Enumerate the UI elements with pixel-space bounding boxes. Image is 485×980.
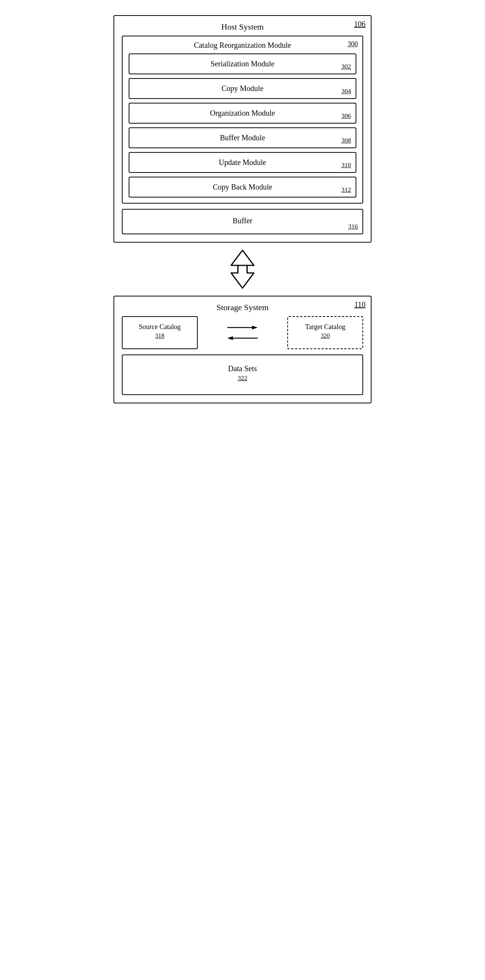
- host-system-box: Host System 106 Catalog Reorganization M…: [113, 15, 372, 243]
- buffer-module-label: Buffer Module: [220, 134, 265, 142]
- target-catalog-label: Target Catalog: [305, 323, 345, 331]
- arrow-left-icon: [227, 334, 258, 342]
- svg-marker-1: [231, 266, 254, 288]
- double-arrow-icon: [225, 248, 260, 290]
- source-catalog-ref: 318: [130, 332, 189, 339]
- host-system-ref: 106: [354, 20, 365, 29]
- serialization-module-ref: 302: [341, 63, 351, 70]
- organization-module-ref: 306: [341, 112, 351, 120]
- catalog-reorg-label: Catalog Reorganization Module: [129, 41, 356, 50]
- organization-module-box: Organization Module 306: [129, 103, 356, 124]
- arrow-right-icon: [227, 324, 258, 331]
- data-sets-label: Data Sets: [228, 364, 257, 373]
- buffer-ref: 316: [348, 223, 358, 231]
- catalog-arrows: [198, 318, 287, 348]
- copy-back-module-box: Copy Back Module 312: [129, 177, 356, 197]
- copy-module-ref: 304: [341, 88, 351, 95]
- storage-system-ref: 110: [354, 300, 365, 309]
- buffer-label: Buffer: [233, 216, 252, 225]
- serialization-module-box: Serialization Module 302: [129, 54, 356, 74]
- update-module-box: Update Module 310: [129, 152, 356, 173]
- serialization-module-label: Serialization Module: [211, 59, 274, 68]
- source-catalog-label: Source Catalog: [139, 323, 181, 331]
- storage-system-box: Storage System 110 Source Catalog 318: [113, 296, 372, 403]
- buffer-module-ref: 308: [341, 137, 351, 145]
- source-catalog-box: Source Catalog 318: [122, 316, 198, 349]
- target-catalog-box: Target Catalog 320: [287, 316, 363, 349]
- data-sets-ref: 322: [129, 375, 356, 382]
- svg-marker-3: [252, 326, 258, 329]
- copy-module-box: Copy Module 304: [129, 78, 356, 99]
- host-system-label: Host System: [122, 22, 363, 32]
- diagram-container: Host System 106 Catalog Reorganization M…: [113, 15, 372, 403]
- update-module-ref: 310: [341, 162, 351, 169]
- data-sets-box: Data Sets 322: [122, 355, 363, 395]
- catalog-reorg-box: Catalog Reorganization Module 300 Serial…: [122, 36, 363, 204]
- storage-system-label: Storage System: [122, 302, 363, 312]
- target-catalog-ref: 320: [296, 332, 355, 339]
- double-arrow-section: [225, 247, 260, 292]
- buffer-module-box: Buffer Module 308: [129, 127, 356, 148]
- catalogs-row: Source Catalog 318 Target Catalog: [122, 316, 363, 349]
- catalog-reorg-ref: 300: [348, 40, 358, 48]
- copy-module-label: Copy Module: [222, 84, 264, 93]
- copy-back-module-ref: 312: [341, 186, 351, 194]
- buffer-box: Buffer 316: [122, 209, 363, 234]
- organization-module-label: Organization Module: [210, 109, 275, 118]
- svg-marker-5: [227, 336, 233, 340]
- copy-back-module-label: Copy Back Module: [213, 183, 273, 191]
- update-module-label: Update Module: [219, 158, 266, 167]
